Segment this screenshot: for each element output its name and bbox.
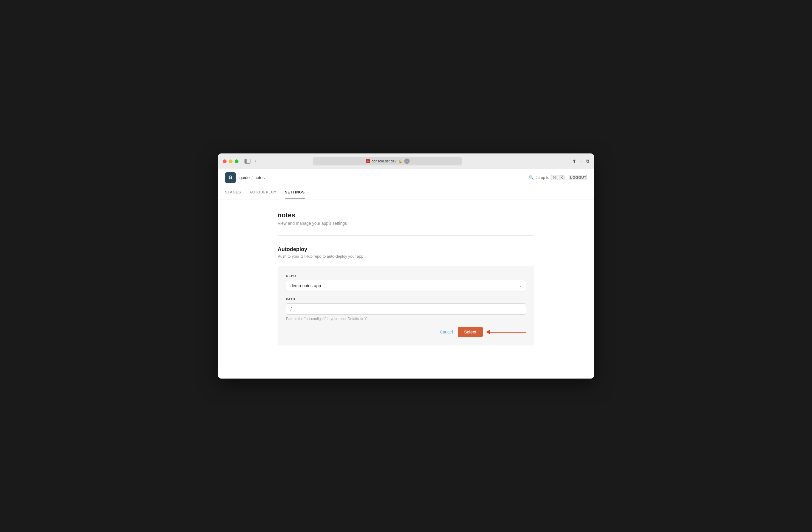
breadcrumb-separator: / (251, 175, 252, 180)
url-text: console.sst.dev (372, 159, 396, 163)
divider (278, 235, 534, 235)
traffic-lights (223, 159, 238, 163)
form-card: REPO demo-notes-app ⌄ PATH Path to the "… (278, 266, 534, 345)
select-button[interactable]: Select (458, 327, 483, 337)
section-subtitle: Push to your GitHub repo to auto-deploy … (278, 254, 534, 259)
breadcrumb-current[interactable]: notes ⌄ (255, 175, 268, 180)
cancel-button[interactable]: Cancel (440, 330, 453, 334)
arrow-annotation (486, 330, 526, 334)
tabs-bar: STAGES AUTODEPLOY SETTINGS (218, 186, 594, 199)
address-bar[interactable]: S console.sst.dev 🔒 ••• (313, 157, 462, 166)
favicon-icon: S (366, 159, 370, 163)
maximize-button[interactable] (235, 159, 238, 163)
cmd-key: ⌘ (551, 175, 558, 180)
repo-label: REPO (286, 274, 526, 278)
minimize-button[interactable] (229, 159, 233, 163)
jump-to-button[interactable]: 🔍 Jump to ⌘ K (529, 175, 565, 180)
actions-with-arrow: Select (458, 327, 526, 337)
tab-autodeploy[interactable]: AUTODEPLOY (249, 186, 276, 199)
path-label: PATH (286, 297, 526, 301)
keyboard-shortcut: ⌘ K (551, 175, 565, 180)
more-options-button[interactable]: ••• (404, 159, 409, 164)
path-hint: Path to the "sst.config.ts" in your repo… (286, 317, 526, 321)
section-header: Autodeploy Push to your GitHub repo to a… (278, 246, 534, 259)
page-subtitle: View and manage your app's settings (278, 221, 534, 226)
new-tab-icon[interactable]: + (580, 159, 582, 164)
path-input[interactable] (286, 303, 526, 315)
app-nav: G guide / notes ⌄ 🔍 Jump to ⌘ K (218, 169, 594, 186)
logout-button[interactable]: LOGOUT (570, 175, 587, 180)
browser-controls: ‹ (242, 159, 256, 164)
page-header: notes View and manage your app's setting… (278, 211, 534, 226)
app-logo: G (225, 172, 236, 183)
tab-settings[interactable]: SETTINGS (285, 186, 304, 199)
sidebar-toggle[interactable] (245, 159, 250, 163)
share-icon[interactable]: ⬆ (572, 159, 576, 164)
search-icon: 🔍 (529, 175, 534, 180)
close-button[interactable] (223, 159, 227, 163)
section-title: Autodeploy (278, 246, 534, 253)
repo-select-wrapper: demo-notes-app ⌄ (286, 280, 526, 291)
browser-window: ‹ S console.sst.dev 🔒 ••• ⬆ + ⧉ G guide … (218, 154, 594, 378)
page-title: notes (278, 211, 534, 219)
form-actions: Cancel Select (286, 327, 526, 337)
tabs-icon[interactable]: ⧉ (586, 159, 589, 164)
app-container: G guide / notes ⌄ 🔍 Jump to ⌘ K (218, 169, 594, 378)
lock-icon: 🔒 (398, 159, 403, 163)
browser-actions: ⬆ + ⧉ (572, 159, 589, 164)
nav-right: 🔍 Jump to ⌘ K LOGOUT (529, 175, 587, 180)
path-form-group: PATH Path to the "sst.config.ts" in your… (286, 297, 526, 321)
back-button[interactable]: ‹ (255, 159, 256, 164)
repo-form-group: REPO demo-notes-app ⌄ (286, 274, 526, 291)
browser-chrome: ‹ S console.sst.dev 🔒 ••• ⬆ + ⧉ (218, 154, 594, 169)
repo-select[interactable]: demo-notes-app (286, 280, 526, 291)
arrow-head-icon (486, 330, 490, 334)
k-key: K (559, 175, 565, 180)
main-content: notes View and manage your app's setting… (218, 199, 594, 378)
breadcrumb-parent[interactable]: guide (240, 175, 250, 180)
arrow-line (490, 332, 526, 333)
breadcrumb-dropdown-icon: ⌄ (266, 176, 268, 179)
tab-stages[interactable]: STAGES (225, 186, 241, 199)
breadcrumb: guide / notes ⌄ (240, 175, 268, 180)
